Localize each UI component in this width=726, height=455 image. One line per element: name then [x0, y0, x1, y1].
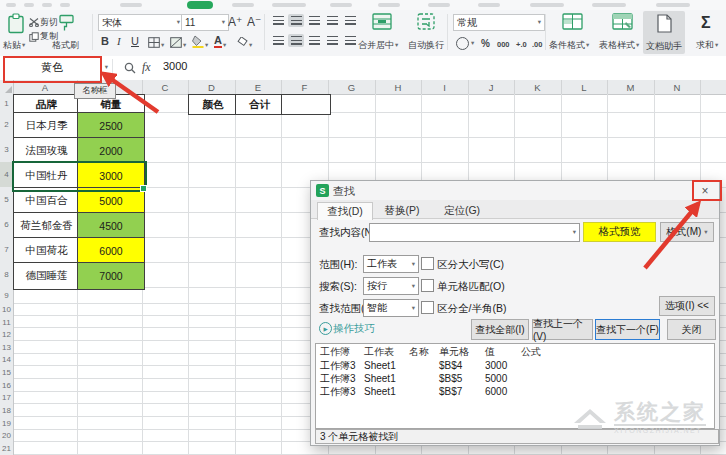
underline-button[interactable]: U: [131, 35, 139, 47]
cell-D1[interactable]: 颜色: [188, 94, 238, 115]
row-header-18[interactable]: 18: [0, 404, 14, 418]
conditional-format-button[interactable]: 条件格式▾: [549, 39, 589, 52]
row-header-10[interactable]: 10: [0, 303, 14, 317]
doc-assistant-button[interactable]: 文档助手: [643, 11, 685, 54]
row-header-12[interactable]: 12: [0, 328, 14, 342]
result-row[interactable]: 工作簿3Sheet1 $B$5 5000: [316, 372, 714, 385]
percent-format-button[interactable]: %: [481, 38, 490, 49]
clear-format-button[interactable]: ▾: [236, 37, 252, 48]
row-header-21[interactable]: 21: [0, 442, 14, 455]
column-header-M[interactable]: M: [607, 80, 655, 94]
find-all-button[interactable]: 查找全部(I): [471, 319, 529, 340]
column-header-J[interactable]: J: [468, 80, 515, 94]
cell-B2[interactable]: 2500: [77, 112, 145, 140]
options-button[interactable]: 选项(I) <<: [659, 296, 715, 316]
decrease-decimal-button[interactable]: .00: [532, 40, 542, 49]
column-header-D[interactable]: D: [188, 80, 236, 94]
column-header-H[interactable]: H: [375, 80, 422, 94]
font-color-button[interactable]: A ▾: [214, 35, 226, 48]
find-next-button[interactable]: 查找下一个(F): [595, 319, 660, 340]
format-painter-icon[interactable]: [58, 14, 75, 33]
match-cell-checkbox[interactable]: [421, 279, 434, 292]
thousands-format-button[interactable]: 000: [497, 40, 510, 49]
cell-B8[interactable]: 7000: [77, 262, 145, 290]
row-header-20[interactable]: 20: [0, 429, 14, 443]
row-header-8[interactable]: 8: [0, 262, 14, 288]
search-function-icon[interactable]: [124, 62, 136, 74]
tips-link[interactable]: 操作技巧: [333, 322, 375, 336]
table-style-button[interactable]: 表格样式▾: [599, 39, 639, 52]
row-header-6[interactable]: 6: [0, 212, 14, 238]
format-button[interactable]: 格式(M)▾: [660, 222, 714, 242]
row-header-17[interactable]: 17: [0, 391, 14, 405]
align-left-button[interactable]: [270, 34, 286, 47]
fill-handle[interactable]: [140, 185, 147, 192]
column-header-I[interactable]: I: [421, 80, 469, 94]
cut-button[interactable]: 剪切: [29, 16, 58, 29]
autosum-button[interactable]: Σ: [701, 14, 711, 32]
dialog-titlebar[interactable]: S 查找 ×: [311, 181, 719, 200]
distribute-button[interactable]: [342, 34, 358, 47]
table-style-icon[interactable]: [612, 13, 633, 30]
fx-icon[interactable]: fx: [142, 60, 151, 75]
increase-decimal-button[interactable]: +.0: [516, 40, 527, 49]
cell-E1[interactable]: 合计: [235, 94, 284, 115]
autosum-label-button[interactable]: 求和▾: [696, 39, 718, 52]
row-header-7[interactable]: 7: [0, 237, 14, 263]
align-center-button[interactable]: [288, 34, 304, 47]
paste-icon[interactable]: [7, 13, 25, 34]
cell-F1[interactable]: [281, 94, 331, 115]
result-row[interactable]: 工作簿3Sheet1 $B$7 6000: [316, 385, 714, 398]
wrap-text-icon[interactable]: [417, 13, 435, 30]
range-select[interactable]: 工作表▾: [363, 255, 419, 273]
column-header-G[interactable]: G: [328, 80, 376, 94]
merge-center-button[interactable]: 合并居中▾: [358, 39, 398, 52]
increase-indent-button[interactable]: [342, 14, 358, 27]
format-painter-button[interactable]: 格式刷: [52, 39, 79, 52]
number-format-select[interactable]: 常规▾: [453, 14, 545, 31]
cell-A6[interactable]: 荷兰郁金香: [13, 212, 80, 240]
shading-button[interactable]: ▾: [170, 37, 186, 48]
cell-A2[interactable]: 日本月季: [13, 112, 80, 140]
grow-font-button[interactable]: A⁺: [228, 15, 242, 29]
format-preview-button[interactable]: 格式预览: [583, 222, 656, 242]
full-half-width-checkbox[interactable]: [421, 301, 434, 314]
cell-B7[interactable]: 6000: [77, 237, 145, 265]
justify-button[interactable]: [324, 34, 340, 47]
cell-B6[interactable]: 4500: [77, 212, 145, 240]
look-in-select[interactable]: 智能▾: [363, 299, 419, 317]
row-header-9[interactable]: 9: [0, 287, 14, 304]
row-header-3[interactable]: 3: [0, 137, 14, 163]
row-header-14[interactable]: 14: [0, 353, 14, 367]
font-name-select[interactable]: 宋体▾: [98, 14, 184, 31]
align-bottom-button[interactable]: [306, 14, 322, 27]
find-what-input[interactable]: ▾: [369, 223, 580, 242]
row-header-1[interactable]: 1: [0, 94, 14, 113]
borders-button[interactable]: ▾: [148, 37, 164, 48]
cell-A8[interactable]: 德国睡莲: [13, 262, 80, 290]
font-size-select[interactable]: 11▾: [181, 14, 229, 31]
conditional-format-icon[interactable]: [562, 13, 583, 30]
results-list[interactable]: 工作簿 工作表 名称 单元格 值 公式 工作簿3Sheet1 $B$4 3000…: [315, 343, 715, 429]
close-button[interactable]: 关闭: [667, 319, 716, 340]
bold-button[interactable]: B: [101, 35, 109, 47]
column-header-N[interactable]: N: [654, 80, 701, 94]
wrap-text-button[interactable]: 自动换行: [408, 39, 444, 52]
row-header-2[interactable]: 2: [0, 112, 14, 138]
merge-center-icon[interactable]: [372, 13, 392, 30]
name-box-dropdown-icon[interactable]: ▾: [105, 64, 108, 71]
tab-goto[interactable]: 定位(G): [435, 202, 489, 219]
result-row[interactable]: 工作簿3Sheet1 $B$4 3000: [316, 359, 714, 372]
align-right-button[interactable]: [306, 34, 322, 47]
formula-bar-value[interactable]: 3000: [163, 60, 187, 72]
shrink-font-button[interactable]: A⁻: [247, 15, 261, 29]
tab-replace[interactable]: 替换(P): [375, 202, 429, 219]
cell-A7[interactable]: 中国荷花: [13, 237, 80, 265]
column-header-F[interactable]: F: [281, 80, 329, 94]
paste-button[interactable]: 粘贴▾: [3, 39, 25, 52]
find-prev-button[interactable]: 查找上一个(V): [532, 319, 593, 340]
column-header-K[interactable]: K: [514, 80, 562, 94]
search-select[interactable]: 按行▾: [363, 277, 419, 295]
fill-color-button[interactable]: ▾: [192, 35, 208, 48]
align-middle-button[interactable]: [288, 14, 304, 27]
